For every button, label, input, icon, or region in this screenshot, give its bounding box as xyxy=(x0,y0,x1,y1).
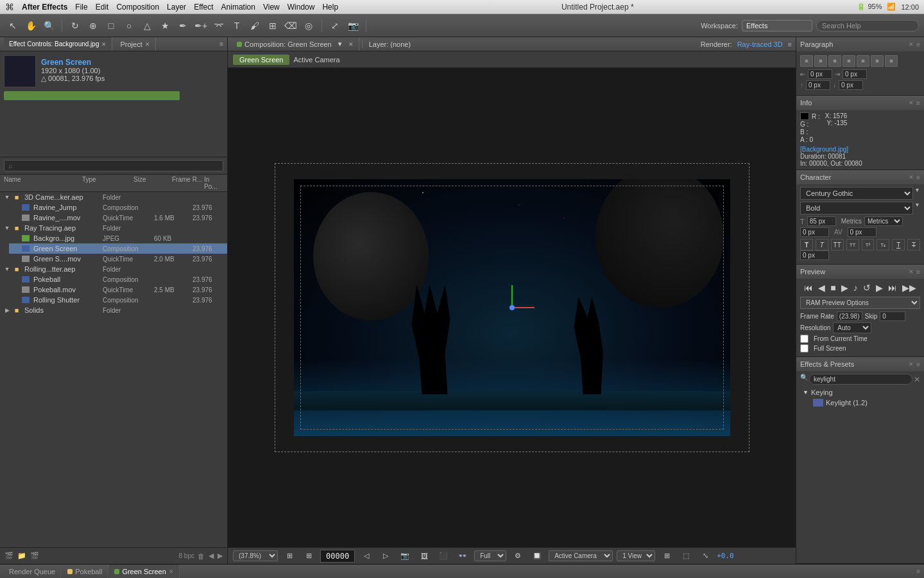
project-tab[interactable]: Project ✕ xyxy=(115,37,155,51)
comp-view-btn[interactable]: Green Screen xyxy=(233,55,289,65)
text-underline-btn[interactable]: T xyxy=(892,239,905,250)
list-item[interactable]: Green Screen Composition 23.976 xyxy=(9,243,227,254)
edit-menu[interactable]: Edit xyxy=(96,3,109,12)
brush-tool[interactable]: 🖌 xyxy=(247,18,262,33)
view-select[interactable]: 1 View xyxy=(617,550,655,561)
composition-menu[interactable]: Composition xyxy=(116,3,159,12)
space-before-input[interactable] xyxy=(806,80,830,90)
preview-play-btn[interactable]: ▶ xyxy=(840,281,850,294)
preview-close[interactable]: ✕ xyxy=(909,268,914,275)
camera-select[interactable]: Active Camera xyxy=(549,550,613,561)
effects-search-input[interactable] xyxy=(809,374,912,385)
new-comp-btn[interactable]: 🎬 xyxy=(30,551,40,561)
keylight-item[interactable]: Keylight (1.2) xyxy=(800,398,920,408)
effect-controls-tab[interactable]: Effect Controls: Background.jpg ✕ xyxy=(4,37,112,51)
paragraph-menu[interactable]: ≡ xyxy=(916,41,920,48)
font-size-input[interactable] xyxy=(807,216,836,226)
from-current-checkbox[interactable] xyxy=(800,335,809,343)
effect-controls-close[interactable]: ✕ xyxy=(101,41,107,48)
preview-audio-btn[interactable]: ♪ xyxy=(852,281,859,294)
font-style-select[interactable]: Bold xyxy=(800,202,913,215)
paragraph-close[interactable]: ✕ xyxy=(909,41,914,48)
green-screen-tab[interactable]: Green Screen ✕ xyxy=(109,565,179,578)
keying-category[interactable]: ▼ Keying xyxy=(800,387,920,398)
comp-tab-close[interactable]: ✕ xyxy=(348,41,354,48)
text-tool[interactable]: T xyxy=(229,18,244,33)
composition-tab[interactable]: Composition: Green Screen ▼ ✕ xyxy=(232,37,359,51)
workspace-select[interactable]: Effects Standard Minimal xyxy=(742,20,812,31)
pen-tool[interactable]: ✒ xyxy=(175,18,191,33)
text-italic-btn[interactable]: T xyxy=(816,239,828,250)
list-item[interactable]: Ravine_Jump Composition 23.976 xyxy=(9,202,227,213)
preview-loop-btn[interactable]: ↺ xyxy=(862,281,872,294)
list-item[interactable]: Pokeball Composition 23.976 xyxy=(9,274,227,285)
align-justify-all-btn[interactable]: ≡ xyxy=(885,55,898,67)
preview-prev-frame-btn[interactable]: ◀ xyxy=(817,281,826,294)
metrics-select[interactable]: Metrics xyxy=(864,216,903,226)
indent-left-input[interactable] xyxy=(808,69,832,79)
effects-menu[interactable]: ≡ xyxy=(916,361,920,368)
set-out-btn[interactable]: ▷ xyxy=(378,548,393,564)
preview-stop-btn[interactable]: ■ xyxy=(829,281,837,294)
quality-select[interactable]: Full xyxy=(474,550,506,561)
align-justify-last-left-btn[interactable]: ≡ xyxy=(857,55,869,67)
preview-first-frame-btn[interactable]: ⏮ xyxy=(803,281,814,294)
region-of-interest-btn[interactable]: ⬚ xyxy=(678,548,694,564)
scroll-left-btn[interactable]: ◀ xyxy=(208,551,214,561)
align-right-btn[interactable]: ≡ xyxy=(828,55,841,67)
info-close[interactable]: ✕ xyxy=(909,100,914,106)
add-point-tool[interactable]: ✒+ xyxy=(193,18,209,33)
text-bold-btn[interactable]: T xyxy=(800,239,813,250)
file-menu[interactable]: File xyxy=(75,3,87,12)
space-after-input[interactable] xyxy=(839,80,863,90)
list-item[interactable]: ▼ ■ 3D Came...ker.aep Folder xyxy=(0,192,227,202)
list-item[interactable]: Backgro...jpg JPEG 60 KB xyxy=(9,233,227,243)
list-item[interactable]: Green S....mov QuickTime 2.0 MB 23.976 xyxy=(9,254,227,264)
rotation-tool[interactable]: ↻ xyxy=(67,18,83,33)
ram-preview-select[interactable]: RAM Preview Options xyxy=(800,297,920,309)
selection-tool[interactable]: ↖ xyxy=(5,18,21,33)
render-queue-tab[interactable]: Render Queue xyxy=(4,565,61,578)
green-screen-tab-close[interactable]: ✕ xyxy=(169,568,174,575)
star-tool[interactable]: ★ xyxy=(157,18,173,33)
new-folder-btn[interactable]: 📁 xyxy=(17,551,27,561)
character-close[interactable]: ✕ xyxy=(909,174,914,180)
transparency-btn[interactable]: 🔲 xyxy=(529,548,545,564)
search-help-input[interactable] xyxy=(816,20,919,31)
anchor-tool[interactable]: ⊕ xyxy=(85,18,101,33)
show-channel-btn[interactable]: ⬛ xyxy=(436,548,451,564)
indent-right-input[interactable] xyxy=(843,69,867,79)
comp-opts-btn[interactable]: ⊞ xyxy=(659,548,674,564)
tracking-input[interactable] xyxy=(800,227,829,237)
eraser-tool[interactable]: ⌫ xyxy=(283,18,298,33)
snapshot-btn[interactable]: 📷 xyxy=(397,548,413,564)
help-menu[interactable]: Help xyxy=(322,3,338,12)
text-super-btn[interactable]: T² xyxy=(862,239,875,250)
effect-menu[interactable]: Effect xyxy=(194,3,213,12)
preview-last-frame-btn[interactable]: ⏭ xyxy=(887,281,898,294)
rect-tool[interactable]: □ xyxy=(103,18,119,33)
window-menu[interactable]: Window xyxy=(287,3,315,12)
effects-close[interactable]: ✕ xyxy=(909,361,914,367)
animation-menu[interactable]: Animation xyxy=(221,3,255,12)
view-menu[interactable]: View xyxy=(263,3,280,12)
left-panel-menu[interactable]: ≡ xyxy=(219,40,223,48)
baseline-input[interactable] xyxy=(800,250,829,260)
preview-ram-btn[interactable]: ▶▶ xyxy=(901,281,918,294)
camera-tool[interactable]: 📷 xyxy=(345,18,361,33)
feather-tool[interactable]: ⌤ xyxy=(211,18,227,33)
skip-input[interactable] xyxy=(880,311,905,321)
zoom-tool[interactable]: 🔍 xyxy=(41,18,56,33)
align-justify-last-center-btn[interactable]: ≡ xyxy=(871,55,884,67)
apple-menu[interactable]: ⌘ xyxy=(5,2,14,12)
snap-btn[interactable]: ⊞ xyxy=(282,548,297,564)
show-snapshot-btn[interactable]: 🖼 xyxy=(416,548,432,564)
ellipse-tool[interactable]: ○ xyxy=(121,18,137,33)
zoom-select[interactable]: (37.8%) xyxy=(233,550,278,561)
list-item[interactable]: Pokeball.mov QuickTime 2.5 MB 23.976 xyxy=(9,285,227,295)
canvas-area[interactable] xyxy=(228,68,796,547)
3d-glasses-btn[interactable]: 👓 xyxy=(455,548,470,564)
timeline-menu[interactable]: ≡ xyxy=(916,568,920,575)
app-name-menu[interactable]: After Effects xyxy=(22,3,67,12)
set-in-btn[interactable]: ◁ xyxy=(359,548,374,564)
